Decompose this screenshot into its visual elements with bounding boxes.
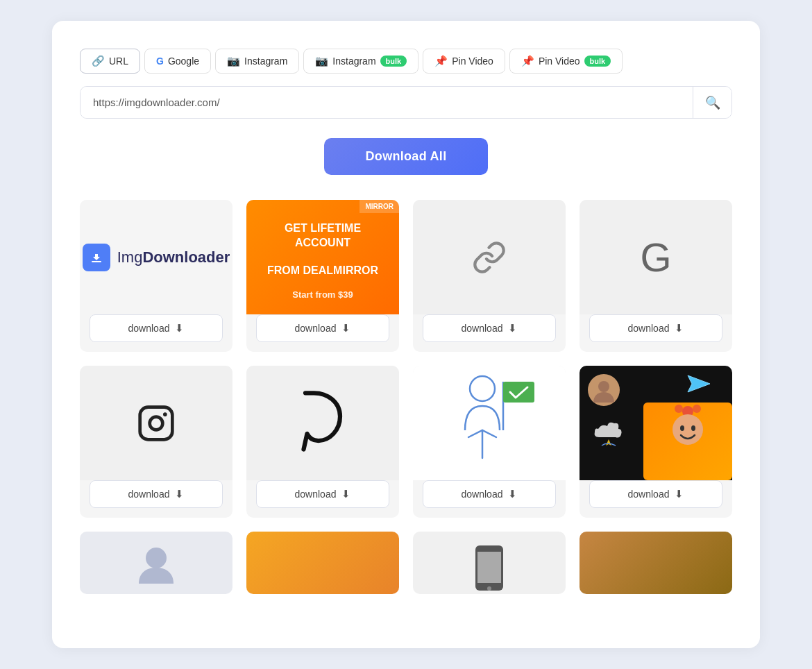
pin-video-bulk-badge: bulk xyxy=(584,56,611,67)
download-arrow-icon-4: ⬇ xyxy=(675,322,684,334)
download-all-label: Download All xyxy=(366,149,447,163)
svg-rect-16 xyxy=(477,552,501,583)
card-illustration-image xyxy=(413,366,566,480)
download-all-button[interactable]: Download All xyxy=(324,138,489,175)
download-button-4[interactable]: download ⬇ xyxy=(589,314,722,342)
flag-illustration xyxy=(413,366,566,480)
tab-url-label: URL xyxy=(109,56,128,67)
svg-point-13 xyxy=(691,425,695,431)
weather-icons xyxy=(588,415,629,459)
tab-google[interactable]: G Google xyxy=(144,49,211,74)
download-arrow-icon-7: ⬇ xyxy=(508,488,517,500)
main-container: 🔗 URL G Google 📷 Instagram 📷 Instagram b… xyxy=(52,21,760,648)
imgdownloader-logo: ImgDownloader xyxy=(83,244,230,271)
card-imgdownloader-image: ImgDownloader xyxy=(80,200,232,314)
deal-corner-brand: MIRROR xyxy=(360,200,399,213)
card-imgdownloader: ImgDownloader download ⬇ xyxy=(80,200,232,352)
pinterest-p-icon xyxy=(295,389,350,458)
tab-pin-video-bulk[interactable]: 📌 Pin Video bulk xyxy=(509,49,623,74)
partial-card-2 xyxy=(246,532,399,594)
partial-card-row xyxy=(80,532,732,594)
card-link: download ⬇ xyxy=(413,200,566,352)
download-arrow-icon-2: ⬇ xyxy=(341,322,350,334)
svg-point-14 xyxy=(146,548,167,568)
download-button-3[interactable]: download ⬇ xyxy=(423,314,556,342)
download-label-7: download xyxy=(462,489,503,500)
tab-instagram-bulk[interactable]: 📷 Instagram bulk xyxy=(303,49,418,74)
tab-instagram-bulk-label: Instagram xyxy=(332,56,375,67)
tab-instagram-label: Instagram xyxy=(244,56,287,67)
paper-plane-icon xyxy=(686,374,711,398)
search-input[interactable] xyxy=(81,87,693,118)
google-g-letter: G xyxy=(640,234,671,280)
svg-point-17 xyxy=(487,586,491,591)
svg-point-9 xyxy=(693,405,701,413)
instagram-logo-icon xyxy=(137,404,176,443)
partial-card-1 xyxy=(80,532,232,594)
deal-price: Start from $39 xyxy=(253,289,392,300)
tab-bar: 🔗 URL G Google 📷 Instagram 📷 Instagram b… xyxy=(80,49,732,74)
download-button-8[interactable]: download ⬇ xyxy=(589,480,722,508)
download-label-5: download xyxy=(128,489,170,500)
card-dealmirror-image: MIRROR GET LIFETIME ACCOUNT FROM DEALMIR… xyxy=(246,200,399,314)
card-collage-image xyxy=(580,366,732,480)
collage-orange-box xyxy=(643,403,732,480)
search-icon: 🔍 xyxy=(705,95,720,110)
instagram-bulk-icon: 📷 xyxy=(315,55,328,67)
download-label-1: download xyxy=(128,323,170,334)
download-button-6[interactable]: download ⬇ xyxy=(256,480,389,508)
card-dealmirror: MIRROR GET LIFETIME ACCOUNT FROM DEALMIR… xyxy=(246,200,399,352)
pinterest-placeholder xyxy=(246,366,399,480)
link-placeholder xyxy=(413,200,566,314)
download-label-8: download xyxy=(628,489,670,500)
svg-point-12 xyxy=(680,425,684,431)
download-all-section: Download All xyxy=(80,138,732,175)
pin-video-icon: 📌 xyxy=(434,55,448,67)
pin-video-bulk-icon: 📌 xyxy=(521,55,534,67)
download-arrow-icon-5: ⬇ xyxy=(175,488,184,500)
tab-url[interactable]: 🔗 URL xyxy=(80,49,140,74)
svg-point-2 xyxy=(163,412,167,416)
card-google: G download ⬇ xyxy=(580,200,732,352)
card-collage: download ⬇ xyxy=(580,366,732,518)
card-instagram: download ⬇ xyxy=(80,366,232,518)
tab-pin-video-label: Pin Video xyxy=(452,56,493,67)
svg-point-11 xyxy=(673,414,703,445)
svg-rect-0 xyxy=(140,407,173,439)
google-icon: G xyxy=(156,56,164,67)
link-icon: 🔗 xyxy=(92,55,105,67)
svg-point-3 xyxy=(470,376,495,401)
download-button-5[interactable]: download ⬇ xyxy=(90,480,223,508)
svg-point-10 xyxy=(675,405,683,413)
tab-instagram[interactable]: 📷 Instagram xyxy=(215,49,299,74)
deal-subtext: FROM DEALMIRROR xyxy=(253,257,392,285)
deal-headline: GET LIFETIME ACCOUNT xyxy=(253,214,392,257)
logo-text: ImgDownloader xyxy=(117,248,230,266)
tab-google-label: Google xyxy=(168,56,199,67)
svg-point-6 xyxy=(598,381,609,392)
svg-marker-7 xyxy=(688,375,710,392)
download-button-1[interactable]: download ⬇ xyxy=(90,314,223,342)
card-google-image: G xyxy=(580,200,732,314)
tab-pin-video-bulk-label: Pin Video xyxy=(539,56,580,67)
download-label-6: download xyxy=(295,489,337,500)
logo-cloud-icon xyxy=(83,244,110,271)
svg-rect-5 xyxy=(503,382,534,403)
download-button-2[interactable]: download ⬇ xyxy=(256,314,389,342)
chain-link-icon xyxy=(472,240,507,275)
card-instagram-image xyxy=(80,366,232,480)
download-arrow-icon-1: ⬇ xyxy=(175,322,184,334)
card-pinterest: download ⬇ xyxy=(246,366,399,518)
instagram-icon: 📷 xyxy=(227,55,240,67)
svg-point-1 xyxy=(150,416,163,430)
search-button[interactable]: 🔍 xyxy=(693,87,731,118)
google-g-placeholder: G xyxy=(580,200,732,314)
partial-card-3 xyxy=(413,532,566,594)
tab-pin-video[interactable]: 📌 Pin Video xyxy=(423,49,505,74)
person-flag-svg xyxy=(427,368,552,479)
search-bar: 🔍 xyxy=(80,86,732,119)
download-button-7[interactable]: download ⬇ xyxy=(423,480,556,508)
instagram-placeholder xyxy=(80,366,232,480)
image-grid: ImgDownloader download ⬇ MIRROR GET LIFE… xyxy=(80,200,732,518)
download-arrow-icon-8: ⬇ xyxy=(675,488,684,500)
